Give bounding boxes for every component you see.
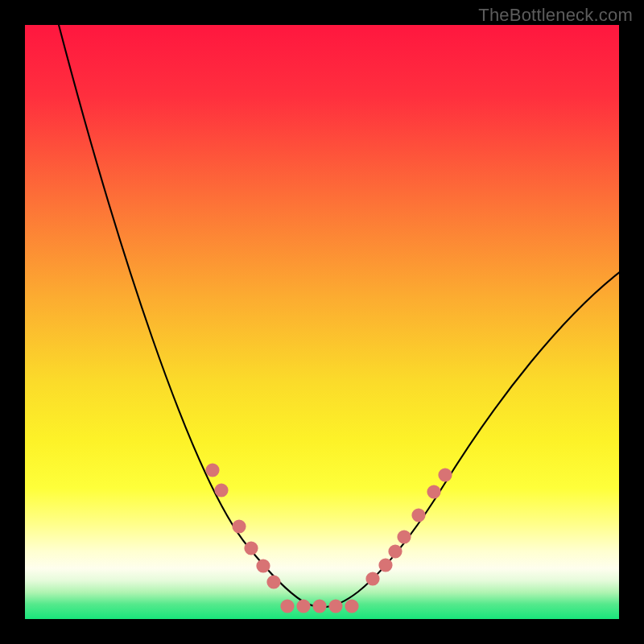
left-marker <box>256 559 270 572</box>
flat-marker <box>312 599 326 613</box>
flat-marker <box>328 599 342 613</box>
left-marker <box>266 575 280 588</box>
flat-marker <box>280 599 294 613</box>
right-marker <box>365 572 379 585</box>
right-marker <box>378 558 392 572</box>
watermark-text: TheBottleneck.com <box>478 5 633 26</box>
left-marker <box>232 519 246 533</box>
right-marker <box>411 508 425 522</box>
flat-marker <box>296 599 310 613</box>
right-marker <box>427 485 440 498</box>
right-marker <box>388 544 402 558</box>
right-marker <box>397 530 411 543</box>
chart-container: TheBottleneck.com <box>0 0 644 644</box>
gradient-background <box>25 25 619 619</box>
flat-marker <box>345 599 358 613</box>
left-marker <box>205 463 219 477</box>
left-marker <box>214 483 228 497</box>
plot-area <box>25 25 619 619</box>
bottleneck-curve-plot <box>25 25 619 619</box>
left-marker <box>244 541 258 555</box>
right-marker <box>438 468 452 481</box>
